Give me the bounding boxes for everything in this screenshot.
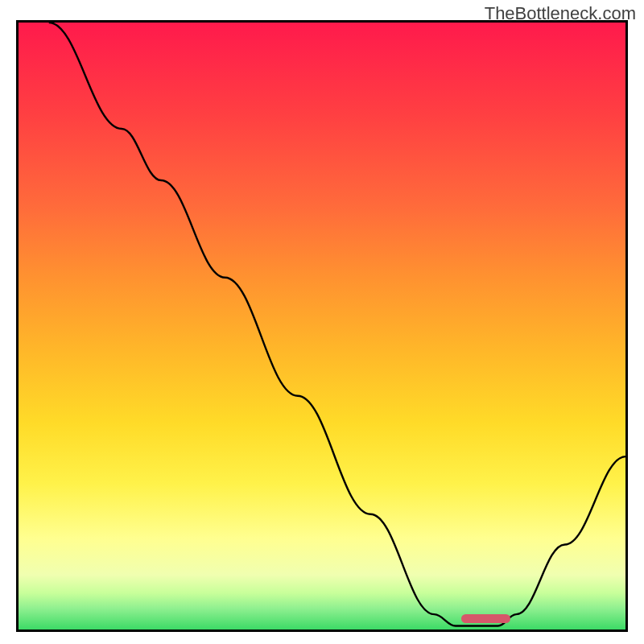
bottleneck-chart: TheBottleneck.com (0, 0, 644, 644)
curve-svg (19, 23, 625, 630)
optimal-marker (461, 614, 510, 623)
chart-frame (16, 20, 628, 632)
bottleneck-curve (49, 23, 625, 625)
